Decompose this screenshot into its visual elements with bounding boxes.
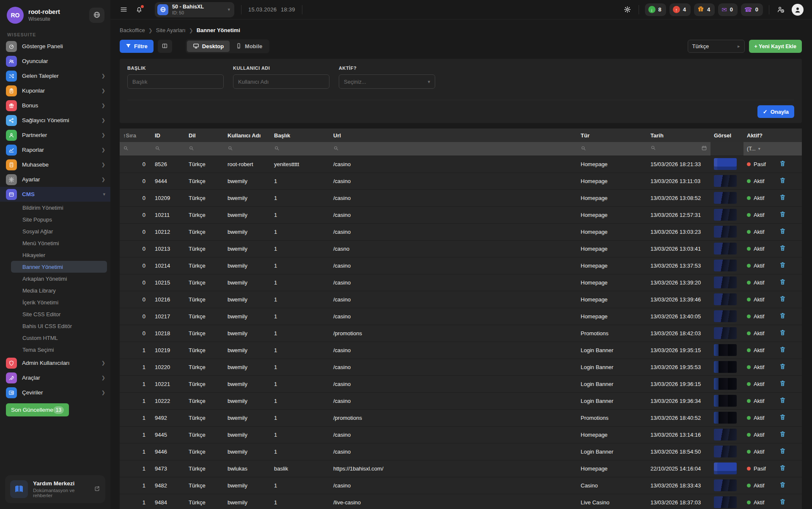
banner-thumbnail[interactable] <box>714 158 737 170</box>
sidebar-subitem-site-popups[interactable]: Site Popups <box>0 213 110 225</box>
column-header-ba-l-k[interactable]: Başlık <box>271 129 330 142</box>
sidebar-subitem-arkaplan-y-netimi[interactable]: Arkaplan Yönetimi <box>0 273 110 285</box>
topbar-badge-phone[interactable]: ☎0 <box>741 3 763 16</box>
delete-button[interactable] <box>777 497 788 507</box>
help-center-card[interactable]: Yardım Merkezi Dokümantasyon ve rehberle… <box>5 475 105 503</box>
sidebar-item-sa-lay-c-y-netimi[interactable]: Sağlayıcı Yönetimi❯ <box>0 113 110 128</box>
column-header-dil[interactable]: Dil <box>185 129 224 142</box>
column-filter-search[interactable] <box>577 142 647 156</box>
calendar-icon[interactable] <box>701 145 707 152</box>
delete-button[interactable] <box>777 345 788 355</box>
column-filter-search[interactable] <box>185 142 224 156</box>
sort-arrow-icon[interactable]: ↑ <box>123 132 126 139</box>
sidebar-item-admin-kullan-c-lar-[interactable]: Admin Kullanıcıları❯ <box>0 356 110 370</box>
delete-button[interactable] <box>777 210 788 220</box>
column-header-t-r[interactable]: Tür <box>577 129 647 142</box>
cell-gorsel[interactable] <box>710 156 743 172</box>
sidebar-item-partnerler[interactable]: Partnerler❯ <box>0 128 110 142</box>
delete-button[interactable] <box>777 176 788 186</box>
cell-gorsel[interactable] <box>710 223 743 240</box>
banner-thumbnail[interactable] <box>714 192 737 204</box>
confirm-button[interactable]: ✓ Onayla <box>757 105 794 118</box>
sidebar-item-ayarlar[interactable]: Ayarlar❯ <box>0 172 110 187</box>
sidebar-item-raporlar[interactable]: Raporlar❯ <box>0 142 110 157</box>
delete-button[interactable] <box>777 227 788 237</box>
settings-gear-button[interactable] <box>622 4 633 15</box>
banner-thumbnail[interactable] <box>714 293 737 305</box>
column-filter-search[interactable] <box>271 142 330 156</box>
banner-thumbnail[interactable] <box>714 361 737 373</box>
site-selector[interactable]: 50 - BahisXL ID: 50 ▾ <box>155 2 234 17</box>
cell-gorsel[interactable] <box>710 206 743 223</box>
table-row[interactable]: 19473Türkçebwlukasbaslikhttps://1bahisxl… <box>120 460 802 477</box>
tab-desktop[interactable]: Desktop <box>187 41 230 52</box>
add-record-button[interactable]: + Yeni Kayıt Ekle <box>749 40 802 53</box>
banner-thumbnail[interactable] <box>714 479 737 491</box>
table-row[interactable]: 010214Türkçebwemily1/casinoHomepage13/03… <box>120 257 802 274</box>
cell-gorsel[interactable] <box>710 189 743 206</box>
delete-button[interactable] <box>777 430 788 440</box>
table-row[interactable]: 010213Türkçebwemily1/casnoHomepage13/03/… <box>120 240 802 257</box>
sidebar-subitem-i-erik-y-netimi[interactable]: İçerik Yönetimi <box>0 296 110 308</box>
delete-button[interactable] <box>777 311 788 321</box>
tab-mobile[interactable]: Mobile <box>230 41 268 52</box>
sidebar-item-ara-lar[interactable]: Araçlar❯ <box>0 370 110 385</box>
table-row[interactable]: 110219Türkçebwemily1/casinoLogin Banner1… <box>120 342 802 358</box>
profile-avatar-button[interactable] <box>790 2 805 17</box>
cell-gorsel[interactable] <box>710 460 743 477</box>
banner-thumbnail[interactable] <box>714 327 737 339</box>
cell-gorsel[interactable] <box>710 274 743 291</box>
sidebar-subitem-custom-html[interactable]: Custom HTML <box>0 332 110 344</box>
topbar-badge-mail[interactable]: ✉0 <box>718 3 738 16</box>
delete-button[interactable] <box>777 379 788 389</box>
cell-gorsel[interactable] <box>710 426 743 443</box>
cell-gorsel[interactable] <box>710 291 743 308</box>
column-header-g-rsel[interactable]: Görsel <box>710 129 743 142</box>
table-row[interactable]: 010216Türkçebwemily1/casinoHomepage13/03… <box>120 291 802 308</box>
column-header-sira[interactable]: ↑Sıra <box>120 129 151 142</box>
table-row[interactable]: 19484Türkçebwemily1/live-casinoLive Casi… <box>120 494 802 509</box>
language-globe-button[interactable] <box>89 8 104 23</box>
cell-gorsel[interactable] <box>710 257 743 274</box>
cell-gorsel[interactable] <box>710 494 743 509</box>
banner-thumbnail[interactable] <box>714 243 737 254</box>
table-row[interactable]: 010212Türkçebwemily1/casinoHomepage13/03… <box>120 223 802 240</box>
sidebar-item-muhasebe[interactable]: Muhasebe❯ <box>0 157 110 172</box>
sidebar-subitem-hikayeler[interactable]: Hikayeler <box>0 249 110 261</box>
delete-button[interactable] <box>777 362 788 372</box>
cell-gorsel[interactable] <box>710 409 743 426</box>
column-header-aktif-[interactable]: Aktif? <box>743 129 774 142</box>
sidebar-subitem-site-css-editor[interactable]: Site CSS Editor <box>0 308 110 320</box>
banner-thumbnail[interactable] <box>714 344 737 356</box>
table-row[interactable]: 19445Türkçebwemily1/casinoHomepage13/03/… <box>120 426 802 443</box>
cell-gorsel[interactable] <box>710 392 743 409</box>
table-row[interactable]: 110222Türkçebwemily1/casinoLogin Banner1… <box>120 392 802 409</box>
banner-thumbnail[interactable] <box>714 260 737 271</box>
banner-thumbnail[interactable] <box>714 226 737 238</box>
language-select[interactable]: Türkçe ▸ <box>688 40 745 53</box>
filter-button[interactable]: Filtre <box>120 40 154 53</box>
sidebar-item-gelen-talepler[interactable]: Gelen Talepler❯ <box>0 68 110 83</box>
table-row[interactable]: 09444Türkçebwemily1/casinoHomepage13/03/… <box>120 172 802 189</box>
delete-button[interactable] <box>777 294 788 304</box>
delete-button[interactable] <box>777 463 788 473</box>
table-row[interactable]: 08526Türkçeroot-robertyenitesttttt/casin… <box>120 156 802 172</box>
column-header-actions[interactable] <box>774 129 802 142</box>
column-header-url[interactable]: Url <box>330 129 577 142</box>
delete-button[interactable] <box>777 244 788 254</box>
banner-thumbnail[interactable] <box>714 446 737 457</box>
topbar-badge-circle-down[interactable]: ↓8 <box>645 3 666 16</box>
column-filter-date[interactable] <box>647 142 710 156</box>
sidebar-subitem-sosyal-a-lar[interactable]: Sosyal Ağlar <box>0 225 110 237</box>
banner-thumbnail[interactable] <box>714 429 737 441</box>
cell-gorsel[interactable] <box>710 477 743 494</box>
topbar-badge-gift[interactable]: 4 <box>694 3 715 16</box>
filter-input-ba-lik[interactable] <box>127 74 224 89</box>
delete-button[interactable] <box>777 480 788 490</box>
banner-thumbnail[interactable] <box>714 395 737 407</box>
hamburger-menu-button[interactable] <box>118 4 129 15</box>
cell-gorsel[interactable] <box>710 358 743 375</box>
user-avatar[interactable]: RO <box>7 7 24 24</box>
table-row[interactable]: 010209Türkçebwemily1/casinoHomepage13/03… <box>120 189 802 206</box>
sidebar-subitem-bahis-ui-css-edit-r[interactable]: Bahis UI CSS Editör <box>0 320 110 332</box>
